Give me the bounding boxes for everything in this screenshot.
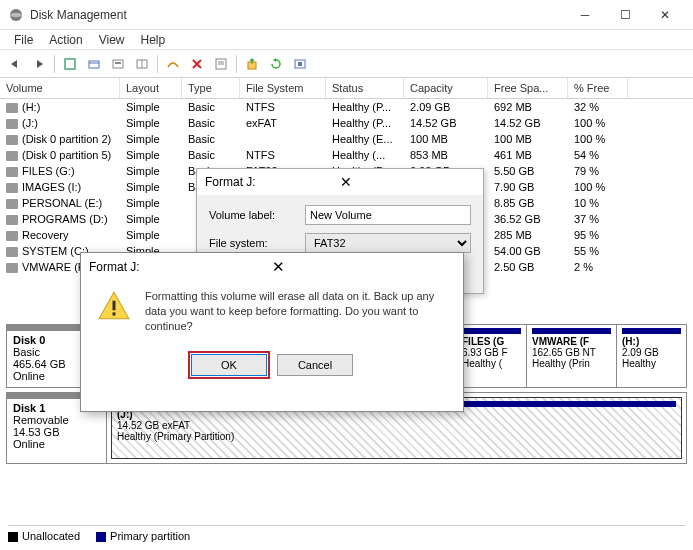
properties-icon[interactable]: [210, 53, 232, 75]
svg-rect-6: [115, 62, 121, 64]
toolbar-btn-2[interactable]: [83, 53, 105, 75]
svg-rect-15: [113, 301, 116, 311]
svg-rect-14: [298, 62, 302, 66]
volume-icon: [6, 119, 18, 129]
confirm-dialog-title: Format J:: [89, 260, 272, 274]
menu-file[interactable]: File: [6, 33, 41, 47]
volume-icon: [6, 215, 18, 225]
table-row[interactable]: (Disk 0 partition 5)SimpleBasicNTFSHealt…: [0, 147, 693, 163]
volume-icon: [6, 167, 18, 177]
legend-primary-swatch: [96, 532, 106, 542]
window-title: Disk Management: [30, 8, 565, 22]
maximize-button[interactable]: ☐: [605, 2, 645, 28]
back-icon[interactable]: [4, 53, 26, 75]
disk0-part-files[interactable]: FILES (G 6.93 GB F Healthy (: [457, 325, 527, 387]
confirm-dialog: Format J: ✕ Formatting this volume will …: [80, 252, 464, 412]
toolbar-btn-4[interactable]: [131, 53, 153, 75]
svg-rect-3: [89, 61, 99, 68]
volume-icon: [6, 183, 18, 193]
volume-icon: [6, 263, 18, 273]
menu-action[interactable]: Action: [41, 33, 90, 47]
disk0-part-vmware[interactable]: VMWARE (F 162.65 GB NT Healthy (Prin: [527, 325, 617, 387]
svg-point-1: [10, 12, 22, 16]
svg-rect-2: [65, 59, 75, 69]
toolbar-btn-1[interactable]: [59, 53, 81, 75]
format-dialog-title: Format J:: [205, 175, 340, 189]
toolbar-btn-5[interactable]: [162, 53, 184, 75]
disk0-part-h[interactable]: (H:) 2.09 GB Healthy: [617, 325, 686, 387]
warning-icon: [97, 289, 131, 323]
toolbar-btn-6[interactable]: [241, 53, 263, 75]
volume-icon: [6, 135, 18, 145]
format-dialog-close-icon[interactable]: ✕: [340, 174, 475, 190]
menu-help[interactable]: Help: [133, 33, 174, 47]
ok-button[interactable]: OK: [191, 354, 267, 376]
volume-icon: [6, 151, 18, 161]
col-free[interactable]: Free Spa...: [488, 78, 568, 98]
volume-icon: [6, 103, 18, 113]
col-volume[interactable]: Volume: [0, 78, 120, 98]
refresh-icon[interactable]: [265, 53, 287, 75]
table-header: Volume Layout Type File System Status Ca…: [0, 78, 693, 99]
table-row[interactable]: (J:)SimpleBasicexFATHealthy (P...14.52 G…: [0, 115, 693, 131]
confirm-dialog-close-icon[interactable]: ✕: [272, 258, 455, 276]
confirm-message: Formatting this volume will erase all da…: [145, 289, 447, 334]
col-pfree[interactable]: % Free: [568, 78, 628, 98]
close-button[interactable]: ✕: [645, 2, 685, 28]
col-fs[interactable]: File System: [240, 78, 326, 98]
volume-label-text: Volume label:: [209, 209, 305, 221]
menubar: File Action View Help: [0, 30, 693, 50]
col-status[interactable]: Status: [326, 78, 404, 98]
volume-icon: [6, 231, 18, 241]
menu-view[interactable]: View: [91, 33, 133, 47]
file-system-select[interactable]: FAT32: [305, 233, 471, 253]
volume-icon: [6, 199, 18, 209]
file-system-text: File system:: [209, 237, 305, 249]
delete-icon[interactable]: [186, 53, 208, 75]
legend-unallocated-swatch: [8, 532, 18, 542]
toolbar-btn-3[interactable]: [107, 53, 129, 75]
toolbar: [0, 50, 693, 78]
titlebar: Disk Management ─ ☐ ✕: [0, 0, 693, 30]
col-capacity[interactable]: Capacity: [404, 78, 488, 98]
table-row[interactable]: (H:)SimpleBasicNTFSHealthy (P...2.09 GB6…: [0, 99, 693, 115]
minimize-button[interactable]: ─: [565, 2, 605, 28]
app-icon: [8, 7, 24, 23]
col-layout[interactable]: Layout: [120, 78, 182, 98]
table-row[interactable]: (Disk 0 partition 2)SimpleBasicHealthy (…: [0, 131, 693, 147]
volume-icon: [6, 247, 18, 257]
forward-icon[interactable]: [28, 53, 50, 75]
legend: Unallocated Primary partition: [8, 525, 685, 542]
volume-label-input[interactable]: [305, 205, 471, 225]
col-type[interactable]: Type: [182, 78, 240, 98]
cancel-button[interactable]: Cancel: [277, 354, 353, 376]
toolbar-btn-7[interactable]: [289, 53, 311, 75]
svg-rect-16: [113, 312, 116, 315]
